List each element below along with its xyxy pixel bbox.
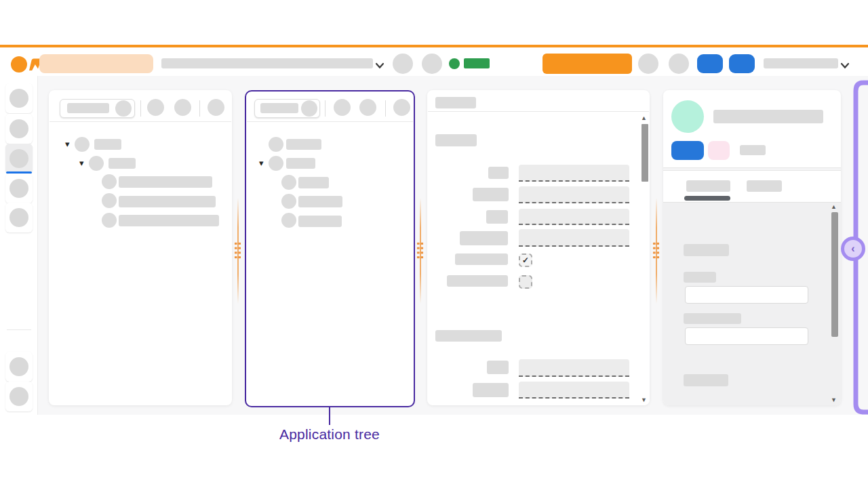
tree-item[interactable]	[119, 176, 212, 188]
header-icon-button[interactable]	[422, 54, 442, 74]
scroll-up-icon[interactable]: ▲	[831, 204, 837, 210]
environment-dropdown[interactable]	[161, 56, 387, 72]
search-input[interactable]	[60, 99, 135, 118]
tree-node-icon	[89, 156, 104, 171]
search-placeholder	[260, 103, 298, 113]
scroll-down-icon[interactable]: ▼	[831, 397, 837, 403]
scroll-up-icon[interactable]: ▲	[641, 115, 647, 121]
tree-item[interactable]	[108, 158, 136, 169]
tree-item[interactable]	[94, 139, 121, 150]
tree-item[interactable]	[286, 158, 315, 169]
caret-down-icon[interactable]: ▾	[65, 140, 70, 148]
tree-node-icon	[281, 194, 296, 209]
tree-node-icon	[281, 175, 296, 190]
status-badge	[464, 58, 490, 68]
form-field[interactable]	[519, 359, 629, 377]
caret-down-icon[interactable]: ▾	[79, 159, 84, 167]
toolbar-divider	[199, 100, 200, 117]
tree-node-icon	[75, 137, 90, 152]
scroll-down-icon[interactable]: ▼	[641, 397, 647, 403]
sidebar-icon	[9, 357, 28, 376]
field-label	[473, 383, 509, 397]
header-blue-button[interactable]	[697, 54, 723, 73]
left-sidebar	[0, 76, 38, 415]
tab[interactable]	[747, 180, 782, 192]
header-icon-button[interactable]	[669, 54, 689, 74]
sidebar-item[interactable]	[5, 174, 33, 203]
field-label	[487, 361, 509, 374]
tree-node-icon	[102, 174, 117, 189]
form-field[interactable]	[519, 186, 629, 203]
sidebar-item-selected[interactable]	[5, 144, 33, 174]
toolbar-button[interactable]	[359, 99, 376, 116]
sidebar-item[interactable]	[5, 83, 33, 113]
toolbar-button[interactable]	[208, 99, 224, 116]
chevron-down-icon	[840, 60, 850, 72]
toolbar-button[interactable]	[147, 99, 164, 116]
splitter-drag-handle[interactable]	[652, 241, 660, 260]
toolbar-divider	[140, 100, 141, 117]
field-label	[684, 313, 741, 324]
scrollbar-thumb[interactable]	[642, 124, 648, 182]
checkbox-checked[interactable]: ✓	[519, 253, 532, 267]
toolbar-separator	[50, 121, 231, 122]
annotation-label: Application tree	[248, 426, 411, 443]
tree-item[interactable]	[286, 139, 321, 150]
text-input[interactable]	[685, 327, 808, 345]
card-gap	[663, 167, 841, 171]
sidebar-item[interactable]	[5, 203, 33, 232]
tree-node-icon	[102, 213, 117, 228]
checkbox-unchecked[interactable]	[519, 275, 532, 289]
header-icon-button[interactable]	[638, 54, 658, 74]
tab-active[interactable]	[686, 180, 730, 192]
meta-placeholder	[740, 145, 766, 155]
field-label	[460, 231, 508, 245]
tree-item[interactable]	[119, 196, 216, 207]
search-input[interactable]	[254, 99, 320, 118]
form-field[interactable]	[519, 382, 629, 399]
tree-item[interactable]	[298, 177, 329, 188]
toolbar-button[interactable]	[174, 99, 191, 116]
header-icon-button[interactable]	[393, 54, 413, 74]
header	[0, 47, 868, 76]
sidebar-icon	[9, 208, 28, 227]
user-dropdown[interactable]	[764, 56, 852, 72]
toolbar-button[interactable]	[393, 99, 410, 116]
primary-action-button[interactable]	[542, 54, 632, 74]
scrollbar-thumb[interactable]	[831, 212, 838, 337]
status-dot	[449, 58, 460, 69]
tab-active-indicator	[684, 196, 730, 201]
form-field[interactable]	[519, 209, 629, 225]
caret-down-icon[interactable]: ▾	[259, 159, 264, 167]
sidebar-icon	[9, 387, 28, 406]
panel-header-separator	[428, 111, 649, 112]
sidebar-item[interactable]	[5, 114, 33, 144]
tree-node-icon	[102, 193, 117, 208]
details-secondary-button[interactable]	[708, 141, 730, 160]
form-field[interactable]	[519, 165, 629, 182]
application-tree-panel	[245, 90, 415, 407]
tree-node-icon	[281, 213, 296, 228]
tree-item[interactable]	[119, 215, 219, 226]
splitter-drag-handle[interactable]	[234, 241, 241, 260]
tree-item[interactable]	[298, 196, 342, 207]
toolbar-button[interactable]	[334, 99, 351, 116]
header-blue-button[interactable]	[729, 54, 755, 73]
tree-node-icon	[269, 156, 283, 171]
toolbar-separator	[247, 121, 413, 122]
sidebar-item[interactable]	[5, 352, 33, 382]
brand-chip[interactable]	[39, 54, 153, 73]
form-field[interactable]	[519, 229, 629, 247]
details-primary-button[interactable]	[671, 141, 704, 160]
toolbar-divider	[325, 100, 326, 117]
sidebar-item[interactable]	[5, 382, 33, 411]
field-label	[486, 210, 508, 224]
collapse-panel-button[interactable]: ‹	[841, 237, 865, 261]
tree-item[interactable]	[298, 216, 342, 227]
check-icon: ✓	[522, 256, 529, 265]
section-label	[435, 134, 477, 146]
field-label	[684, 374, 728, 386]
splitter-drag-handle[interactable]	[416, 241, 424, 260]
text-input[interactable]	[685, 286, 808, 304]
sidebar-icon	[9, 89, 28, 108]
